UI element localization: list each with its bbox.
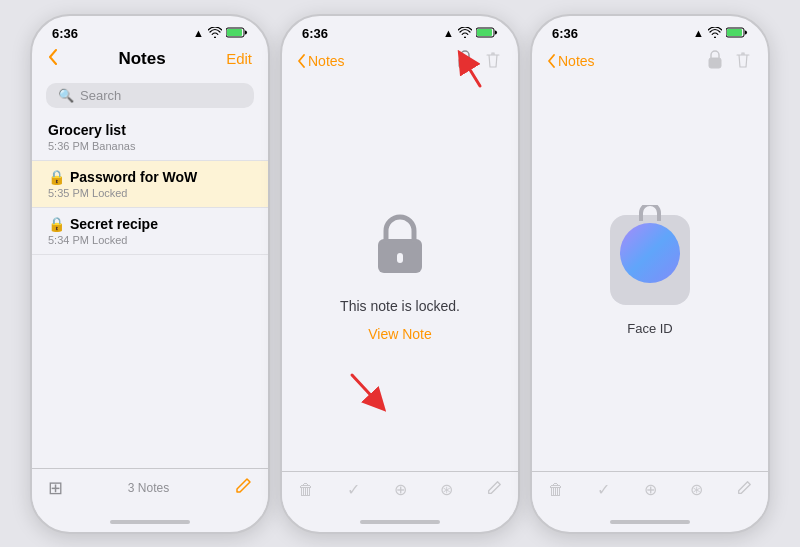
- view-note-button[interactable]: View Note: [368, 326, 432, 342]
- locked-message: This note is locked.: [340, 298, 460, 314]
- status-time-3: 6:36: [552, 26, 578, 41]
- status-bar-1: 6:36 ▲: [32, 16, 268, 45]
- battery-icon-1: [226, 27, 248, 40]
- delete-icon-3[interactable]: 🗑: [548, 481, 564, 499]
- lock-icon-password: 🔒: [48, 169, 65, 185]
- screen3-frame: 6:36 ▲: [530, 14, 770, 534]
- lock-shackle: [635, 205, 665, 225]
- lock-nav-icon[interactable]: [456, 49, 474, 73]
- locked-content: This note is locked. View Note: [282, 81, 518, 471]
- lock-nav-icon-3[interactable]: [706, 49, 724, 73]
- note-item-grocery[interactable]: Grocery list 5:36 PM Bananas: [32, 114, 268, 161]
- screen1-title: Notes: [118, 49, 165, 69]
- wifi-icon-3: [708, 27, 722, 40]
- delete-icon-2[interactable]: 🗑: [298, 481, 314, 499]
- search-placeholder: Search: [80, 88, 121, 103]
- back-label-3: Notes: [558, 53, 595, 69]
- svg-rect-11: [709, 58, 721, 68]
- nav-icons-2: [456, 49, 502, 73]
- back-button-3[interactable]: Notes: [548, 53, 595, 69]
- bottom-toolbar-1: ⊞ 3 Notes: [32, 468, 268, 516]
- add-icon-3[interactable]: ⊕: [644, 480, 657, 499]
- delete-nav-icon[interactable]: [484, 49, 502, 73]
- notes-list: Grocery list 5:36 PM Bananas 🔒 Password …: [32, 114, 268, 468]
- status-bar-2: 6:36 ▲: [282, 16, 518, 45]
- note-meta-password: 5:35 PM Locked: [48, 187, 252, 199]
- battery-icon-3: [726, 27, 748, 40]
- svg-rect-1: [227, 29, 242, 36]
- faceid-icon[interactable]: [610, 215, 690, 305]
- person-icon-3[interactable]: ⊛: [690, 480, 703, 499]
- delete-nav-icon-3[interactable]: [734, 49, 752, 73]
- signal-icon-1: ▲: [193, 27, 204, 39]
- note-meta-grocery: 5:36 PM Bananas: [48, 140, 252, 152]
- signal-icon-2: ▲: [443, 27, 454, 39]
- bottom-toolbar-2: 🗑 ✓ ⊕ ⊛: [282, 471, 518, 516]
- search-bar[interactable]: 🔍 Search: [46, 83, 254, 108]
- back-button-2[interactable]: Notes: [298, 53, 345, 69]
- screen1-frame: 6:36 ▲: [30, 14, 270, 534]
- svg-rect-3: [477, 29, 492, 36]
- note-title-grocery: Grocery list: [48, 122, 252, 138]
- check-icon-3[interactable]: ✓: [597, 480, 610, 499]
- nav-bar-2: Notes: [282, 45, 518, 81]
- home-indicator-2: [360, 520, 440, 524]
- status-bar-3: 6:36 ▲: [532, 16, 768, 45]
- status-time-1: 6:36: [52, 26, 78, 41]
- note-meta-secret: 5:34 PM Locked: [48, 234, 252, 246]
- edit-button[interactable]: Edit: [226, 50, 252, 67]
- compose-icon-3[interactable]: [736, 480, 752, 500]
- home-indicator-3: [610, 520, 690, 524]
- home-indicator-1: [110, 520, 190, 524]
- svg-rect-4: [459, 58, 471, 68]
- back-button-1[interactable]: [48, 49, 58, 69]
- note-title-secret: 🔒 Secret recipe: [48, 216, 252, 232]
- notes-count: 3 Notes: [128, 481, 169, 495]
- compose-icon-1[interactable]: [234, 477, 252, 500]
- lock-big-icon: [370, 209, 430, 286]
- person-icon-2[interactable]: ⊛: [440, 480, 453, 499]
- wifi-icon-2: [458, 27, 472, 40]
- note-item-password[interactable]: 🔒 Password for WoW 5:35 PM Locked: [32, 161, 268, 208]
- add-icon-2[interactable]: ⊕: [394, 480, 407, 499]
- bottom-toolbar-3: 🗑 ✓ ⊕ ⊛: [532, 471, 768, 516]
- check-icon-2[interactable]: ✓: [347, 480, 360, 499]
- status-icons-1: ▲: [193, 27, 248, 40]
- svg-rect-10: [727, 29, 742, 36]
- nav-bar-1: Notes Edit: [32, 45, 268, 77]
- screen2-frame: 6:36 ▲: [280, 14, 520, 534]
- back-label-2: Notes: [308, 53, 345, 69]
- note-title-password: 🔒 Password for WoW: [48, 169, 252, 185]
- svg-rect-6: [397, 253, 403, 263]
- status-icons-3: ▲: [693, 27, 748, 40]
- grid-icon[interactable]: ⊞: [48, 477, 63, 499]
- compose-icon-2[interactable]: [486, 480, 502, 500]
- battery-icon-2: [476, 27, 498, 40]
- faceid-label: Face ID: [627, 321, 673, 336]
- status-icons-2: ▲: [443, 27, 498, 40]
- faceid-wrapper: [610, 215, 690, 305]
- status-time-2: 6:36: [302, 26, 328, 41]
- search-icon: 🔍: [58, 88, 74, 103]
- wifi-icon-1: [208, 27, 222, 40]
- nav-bar-3: Notes: [532, 45, 768, 81]
- lock-icon-secret: 🔒: [48, 216, 65, 232]
- faceid-circle: [620, 223, 680, 283]
- note-item-secret[interactable]: 🔒 Secret recipe 5:34 PM Locked: [32, 208, 268, 255]
- signal-icon-3: ▲: [693, 27, 704, 39]
- nav-icons-3: [706, 49, 752, 73]
- faceid-content: Face ID: [532, 81, 768, 471]
